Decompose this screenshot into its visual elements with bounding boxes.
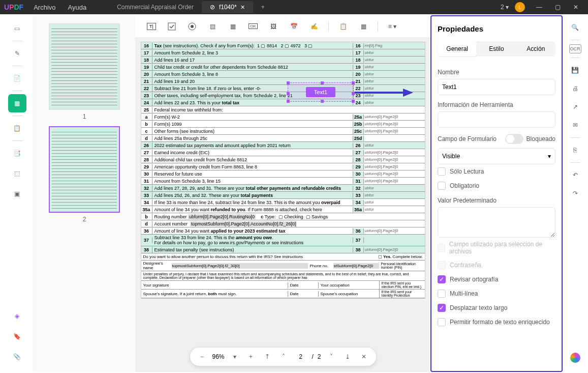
form-line: 29American opportunity credit from Form …: [141, 163, 425, 170]
form-line: 24Add lines 22 and 23. This is your tota…: [141, 99, 425, 106]
form-line: bRouting number ubform[0].Page2[0].Routi…: [141, 213, 425, 220]
form-line: 37Subtract line 33 from line 24. This is…: [141, 235, 425, 246]
annotation-arrow: [355, 88, 416, 98]
zoom-level: 96%: [212, 353, 224, 360]
default-value-input[interactable]: [438, 207, 555, 238]
form-line: 25Federal income tax withheld from:: [141, 106, 425, 113]
email-icon[interactable]: ✉: [567, 117, 583, 133]
edit-mode-icon[interactable]: 📄: [8, 69, 26, 88]
zoom-in-button[interactable]: +: [245, 351, 257, 363]
page-input[interactable]: [294, 353, 308, 360]
export-icon[interactable]: ⎘: [567, 142, 583, 158]
thumbnail-page-2[interactable]: 2: [42, 126, 127, 223]
text-field-tool[interactable]: T|: [143, 19, 160, 34]
minimize-button[interactable]: —: [531, 1, 547, 13]
zoom-dropdown[interactable]: ▾: [229, 351, 241, 363]
bookmark-icon[interactable]: 🔖: [8, 327, 26, 346]
readonly-checkbox[interactable]: [438, 167, 446, 176]
undo-icon[interactable]: ↶: [567, 167, 583, 183]
prev-page-button[interactable]: ˄: [277, 351, 290, 363]
next-page-button[interactable]: ˅: [325, 351, 337, 363]
field-label: Text1: [306, 87, 335, 97]
thumbnail-panel: 1 2: [34, 15, 135, 372]
image-field-tool[interactable]: 🖼: [265, 19, 282, 34]
titlebar: UPDF Archivo Ayuda Commercial Appraisal …: [0, 0, 588, 14]
close-button[interactable]: ✕: [568, 1, 584, 13]
form-align-tool[interactable]: ▦: [355, 19, 372, 34]
visibility-select[interactable]: Visible▾: [438, 148, 555, 164]
close-pagectrl-button[interactable]: ✕: [358, 351, 370, 363]
new-tab-button[interactable]: +: [253, 2, 273, 13]
tooltip-input[interactable]: [438, 111, 555, 128]
user-avatar[interactable]: L: [515, 2, 525, 12]
layers-icon[interactable]: ◈: [8, 307, 26, 325]
comment-mode-icon[interactable]: ✎: [8, 44, 26, 63]
redact-mode-icon[interactable]: ▣: [8, 185, 26, 203]
button-tool[interactable]: OK: [245, 19, 261, 34]
left-sidebar: ▭ ✎ 📄 ▦ 📋 📑 ⬚ ▣ ◈ 🔖 📎: [1, 15, 34, 372]
search-icon[interactable]: 🔍: [567, 19, 583, 36]
form-recognize-tool[interactable]: 📋: [335, 19, 351, 34]
properties-tab-general[interactable]: General: [438, 41, 477, 56]
form-line: 16Tax (see instructions). Check if any f…: [141, 42, 425, 49]
svg-rect-2: [168, 23, 175, 30]
version-badge[interactable]: 2 ▾: [501, 4, 509, 11]
print-icon[interactable]: 🖨: [567, 80, 583, 97]
last-page-button[interactable]: ⤓: [342, 351, 354, 363]
first-page-button[interactable]: ⤒: [261, 351, 273, 363]
dropdown-tool[interactable]: ▤: [204, 19, 221, 34]
reader-mode-icon[interactable]: ▭: [8, 19, 26, 38]
page-controls: − 96% ▾ + ⤒ ˄ / 2 ˅ ⤓ ✕: [190, 348, 376, 366]
ai-assistant-icon[interactable]: [567, 350, 583, 366]
organize-mode-icon[interactable]: 📋: [8, 119, 26, 137]
tab-commercial[interactable]: Commercial Appraisal Order: [109, 2, 202, 13]
form-line: 30Reserved for future use30ubform[0].Pag…: [141, 170, 425, 178]
close-tab-icon[interactable]: ×: [241, 3, 245, 11]
fileselect-checkbox: [438, 244, 445, 252]
tab-f1040[interactable]: ⊘f1040*×: [202, 1, 253, 13]
form-line: 33Add lines 25d, 26, and 32. These are y…: [141, 192, 425, 199]
ocr-icon[interactable]: OCR: [569, 44, 581, 53]
menu-help[interactable]: Ayuda: [68, 4, 87, 11]
right-sidebar: 🔍 OCR 💾 🖨 ↗ ✉ ⎘ ↶ ↷: [563, 15, 587, 372]
name-label: Nombre: [438, 69, 555, 76]
required-checkbox[interactable]: [438, 182, 446, 190]
maximize-button[interactable]: ▢: [549, 1, 566, 13]
radio-tool[interactable]: [184, 19, 200, 34]
form-mode-icon[interactable]: ▦: [8, 94, 26, 112]
properties-tab-style[interactable]: Estilo: [477, 41, 516, 56]
locked-toggle[interactable]: [505, 134, 523, 144]
app-logo: UPDF: [4, 3, 23, 11]
scroll-checkbox[interactable]: ✓: [438, 304, 446, 312]
attachment-icon[interactable]: 📎: [8, 348, 26, 366]
listbox-tool[interactable]: ▦: [225, 19, 241, 34]
selected-form-field[interactable]: Text1: [288, 82, 354, 102]
date-field-tool[interactable]: 📅: [286, 19, 302, 34]
save-icon[interactable]: 💾: [567, 62, 583, 78]
zoom-out-button[interactable]: −: [196, 351, 208, 363]
thumbnail-page-1[interactable]: 1: [42, 23, 127, 120]
svg-point-4: [191, 25, 194, 28]
richtext-checkbox[interactable]: [438, 318, 446, 326]
spellcheck-checkbox[interactable]: ✓: [438, 275, 446, 283]
properties-tab-action[interactable]: Acción: [516, 41, 555, 56]
share-icon[interactable]: ↗: [567, 99, 583, 115]
document-area[interactable]: 16Tax (see instructions). Check if any f…: [135, 38, 430, 372]
page-total: 2: [318, 353, 321, 360]
form-line: 34If line 33 is more than line 24, subtr…: [141, 199, 425, 206]
signature-tool[interactable]: ✍: [306, 19, 322, 34]
chevron-down-icon: ▾: [548, 153, 551, 160]
crop-mode-icon[interactable]: ⬚: [8, 164, 26, 183]
ocr-mode-icon[interactable]: 📑: [8, 144, 26, 162]
form-line: 31Amount from Schedule 3, line 1531ubfor…: [141, 178, 425, 185]
multiline-checkbox[interactable]: [438, 290, 446, 298]
form-toolbar: T| ▤ ▦ OK 🖼 📅 ✍ 📋 ▦ ≡ ▾: [135, 15, 430, 38]
properties-title: Propiedades: [438, 24, 555, 33]
form-line: 36Amount of line 34 you want applied to …: [141, 227, 425, 235]
redo-icon[interactable]: ↷: [567, 185, 583, 202]
align-tool[interactable]: ≡ ▾: [384, 19, 400, 34]
checkbox-tool[interactable]: [164, 19, 180, 34]
name-input[interactable]: [438, 79, 555, 95]
menu-file[interactable]: Archivo: [34, 4, 55, 11]
form-line: dAdd lines 25a through 25c25d: [141, 135, 425, 142]
